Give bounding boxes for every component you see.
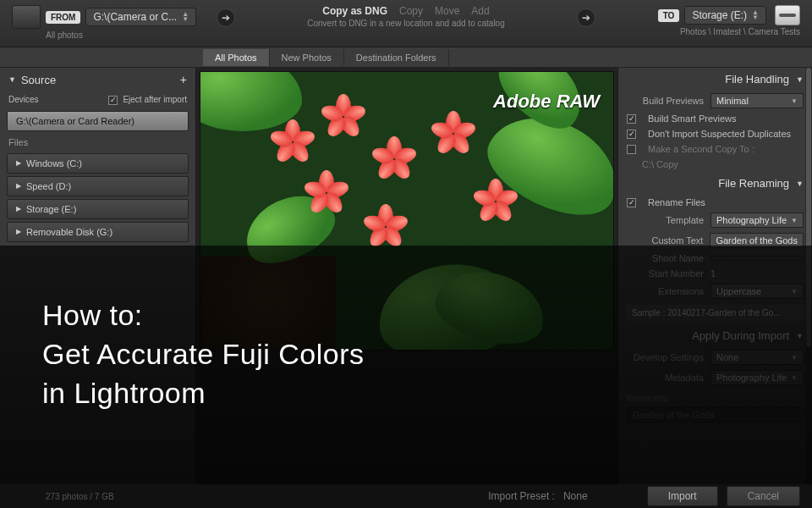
file-renaming-header[interactable]: File Renaming▼: [618, 172, 812, 195]
triangle-right-icon: ▶: [16, 159, 21, 167]
dest-drive-icon: [775, 5, 800, 25]
cancel-button[interactable]: Cancel: [727, 486, 800, 506]
rename-files-checkbox[interactable]: [627, 198, 636, 207]
mode-copy[interactable]: Copy: [399, 5, 423, 17]
second-copy-checkbox[interactable]: [627, 145, 636, 154]
source-header[interactable]: ▼Source +: [0, 68, 195, 91]
device-item[interactable]: G:\(Camera or Card Reader): [7, 111, 189, 131]
drive-item-e[interactable]: ▶Storage (E:): [7, 199, 189, 219]
updown-icon: ▲▼: [182, 12, 189, 22]
to-path-text: Storage (E:): [692, 9, 747, 21]
file-handling-header[interactable]: File Handling▼: [618, 68, 812, 91]
build-previews-label: Build Previews: [643, 96, 704, 106]
to-badge: TO: [658, 9, 680, 22]
mode-description: Convert to DNG in a new location and add…: [245, 19, 567, 28]
bottom-bar: 273 photos / 7 GB Import Preset : None I…: [0, 484, 812, 508]
tab-all-photos[interactable]: All Photos: [203, 49, 270, 66]
no-duplicates-checkbox[interactable]: [627, 130, 636, 139]
from-badge: FROM: [46, 11, 80, 24]
eject-toggle[interactable]: Eject after import: [108, 95, 187, 105]
eject-checkbox[interactable]: [108, 96, 118, 105]
source-drive-icon: [12, 5, 41, 29]
triangle-down-icon: ▼: [796, 179, 804, 188]
tab-destination-folders[interactable]: Destination Folders: [344, 49, 449, 66]
preview-tabs: All Photos New Photos Destination Folder…: [0, 47, 812, 68]
dropdown-icon: ▼: [791, 217, 798, 224]
to-path-dropdown[interactable]: Storage (E:) ▲▼: [684, 6, 766, 25]
dropdown-icon: ▼: [791, 97, 798, 105]
from-subtext: All photos: [46, 30, 206, 40]
top-bar: FROM G:\(Camera or C... ▲▼ All photos ➔ …: [0, 0, 812, 47]
triangle-right-icon: ▶: [16, 228, 21, 235]
import-count: 273 photos / 7 GB: [12, 492, 114, 501]
headline-text: How to: Get Accurate Fuji Colors in Ligh…: [42, 296, 770, 413]
add-source-icon[interactable]: +: [180, 73, 187, 86]
mode-add[interactable]: Add: [471, 5, 489, 17]
tab-new-photos[interactable]: New Photos: [270, 49, 344, 66]
import-mode-tabs: Copy as DNG Copy Move Add: [245, 5, 567, 17]
preview-watermark: Adobe RAW: [493, 91, 600, 113]
arrow-right-to-icon[interactable]: ➔: [577, 8, 595, 27]
files-label: Files: [0, 134, 195, 151]
triangle-right-icon: ▶: [16, 182, 21, 190]
drive-item-c[interactable]: ▶Windows (C:): [7, 153, 189, 174]
source-title: Source: [21, 74, 56, 86]
arrow-right-from-icon[interactable]: ➔: [217, 8, 235, 27]
import-preset-value[interactable]: None: [563, 490, 588, 502]
mode-move[interactable]: Move: [435, 5, 459, 17]
build-previews-dropdown[interactable]: Minimal▼: [710, 93, 804, 108]
triangle-down-icon: ▼: [796, 75, 804, 84]
updown-icon: ▲▼: [752, 10, 759, 20]
smart-previews-checkbox[interactable]: [627, 114, 636, 124]
devices-label: Devices: [8, 95, 39, 104]
from-path-dropdown[interactable]: G:\(Camera or C... ▲▼: [85, 8, 196, 26]
import-button[interactable]: Import: [647, 486, 718, 506]
from-path-text: G:\(Camera or C...: [93, 11, 177, 23]
to-subtext: Photos \ Imatest \ Camera Tests: [680, 27, 800, 36]
template-dropdown[interactable]: Photography Life▼: [710, 213, 804, 228]
mode-copy-dng[interactable]: Copy as DNG: [322, 5, 387, 17]
drive-item-d[interactable]: ▶Speed (D:): [7, 176, 189, 196]
triangle-right-icon: ▶: [16, 205, 21, 213]
headline-overlay: How to: Get Accurate Fuji Colors in Ligh…: [0, 246, 812, 508]
import-preset-label: Import Preset :: [488, 490, 555, 502]
drive-item-g[interactable]: ▶Removable Disk (G:): [7, 222, 189, 242]
triangle-down-icon: ▼: [8, 75, 16, 84]
